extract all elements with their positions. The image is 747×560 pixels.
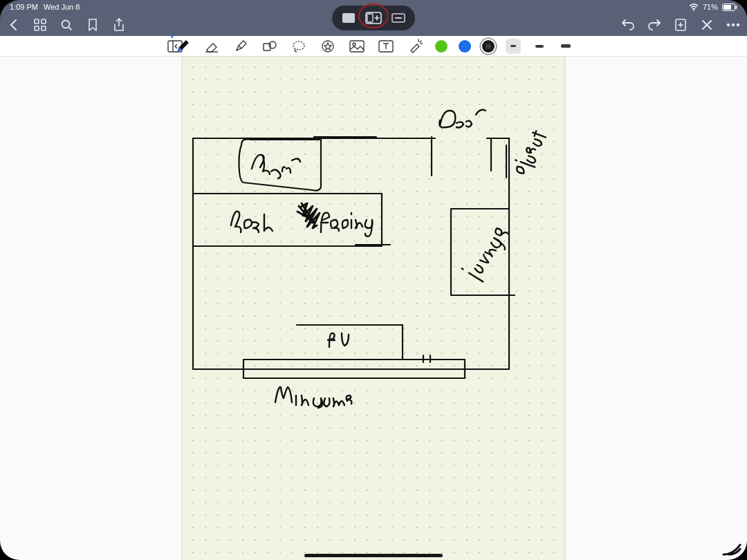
home-indicator[interactable] <box>304 554 443 557</box>
svg-rect-26 <box>350 41 364 52</box>
thumbnails-button[interactable] <box>33 18 47 32</box>
search-button[interactable] <box>59 18 73 32</box>
svg-rect-6 <box>367 14 373 22</box>
splitview-plus-icon[interactable] <box>365 10 382 26</box>
add-page-button[interactable] <box>674 18 688 32</box>
more-button[interactable] <box>726 18 740 32</box>
svg-point-27 <box>353 43 356 46</box>
canvas-area[interactable] <box>0 57 747 560</box>
pen-tool[interactable]: * <box>174 37 192 55</box>
color-black[interactable] <box>482 40 495 53</box>
svg-rect-2 <box>723 5 731 10</box>
laser-tool[interactable] <box>406 37 424 55</box>
editor-toolbar: * <box>0 36 747 57</box>
svg-point-17 <box>732 24 735 26</box>
color-blue[interactable] <box>459 40 471 53</box>
close-button[interactable] <box>700 18 714 32</box>
svg-rect-3 <box>736 6 737 9</box>
svg-point-16 <box>727 24 730 26</box>
textbox-tool[interactable] <box>377 37 395 55</box>
quick-note-corner-icon[interactable] <box>717 531 741 556</box>
bookmark-button[interactable] <box>86 18 100 32</box>
status-time: 1:09 PM <box>10 3 38 11</box>
wifi-icon <box>689 3 699 11</box>
status-left: 1:09 PM Wed Jun 8 <box>10 3 80 11</box>
multitask-pill[interactable] <box>332 6 415 30</box>
slideover-icon[interactable] <box>390 10 407 26</box>
thickness-large[interactable] <box>558 39 573 54</box>
thickness-medium[interactable] <box>532 39 547 54</box>
share-button[interactable] <box>112 18 126 32</box>
sketch-content <box>183 57 564 560</box>
back-button[interactable] <box>7 18 21 32</box>
shape-tool[interactable] <box>261 37 279 55</box>
undo-button[interactable] <box>621 18 635 32</box>
redo-button[interactable] <box>647 18 661 32</box>
svg-point-13 <box>62 21 70 28</box>
svg-rect-12 <box>42 26 46 30</box>
battery-icon <box>722 3 737 11</box>
image-tool[interactable] <box>348 37 366 55</box>
svg-point-0 <box>693 9 694 10</box>
status-date: Wed Jun 8 <box>44 3 80 11</box>
status-right: 71% <box>689 3 737 11</box>
svg-rect-4 <box>342 13 355 23</box>
lasso-tool[interactable] <box>290 37 308 55</box>
note-page[interactable] <box>183 57 564 560</box>
svg-rect-9 <box>35 19 39 24</box>
svg-point-18 <box>737 24 739 26</box>
highlighter-tool[interactable] <box>232 37 250 55</box>
bluetooth-badge: * <box>171 35 174 42</box>
fullscreen-icon[interactable] <box>340 10 357 26</box>
svg-rect-11 <box>35 26 39 30</box>
thickness-small[interactable] <box>506 39 521 54</box>
svg-rect-10 <box>42 19 46 24</box>
svg-line-14 <box>69 28 72 30</box>
color-green[interactable] <box>435 40 448 53</box>
svg-point-24 <box>293 41 304 50</box>
sticker-tool[interactable] <box>319 37 337 55</box>
battery-percent: 71% <box>703 3 718 11</box>
eraser-tool[interactable] <box>203 37 221 55</box>
